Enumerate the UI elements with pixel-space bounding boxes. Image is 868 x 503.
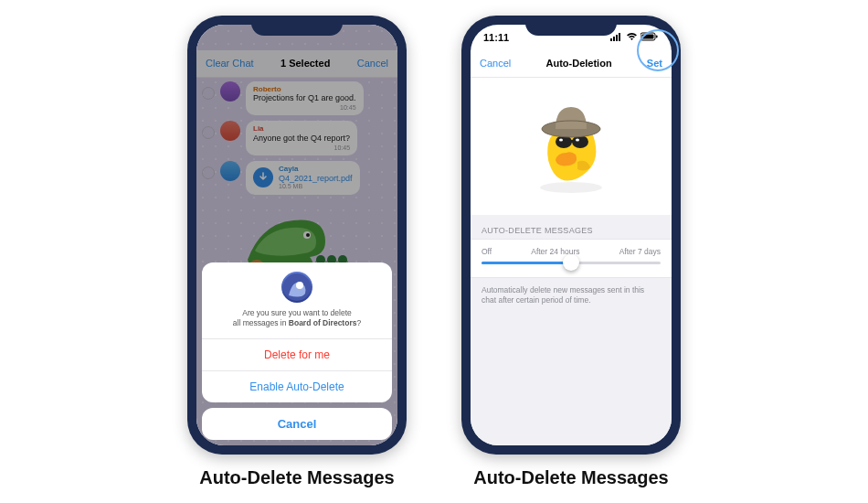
svg-rect-21 [616,35,618,41]
prompt-line2: all messages in Board of Directors? [209,318,385,328]
svg-point-18 [296,282,303,289]
slider-label-7d: After 7 days [619,247,661,256]
auto-delete-slider-row: Off After 24 hours After 7 days [471,239,672,278]
enable-auto-delete-button[interactable]: Enable Auto-Delete [202,370,392,402]
slider-label-off: Off [482,247,492,256]
svg-point-30 [559,138,563,141]
screen-right: 11:11 Cancel Aut [471,25,672,445]
slider-track[interactable] [482,262,661,264]
status-icons [610,32,659,43]
set-button[interactable]: Set [647,58,662,69]
right-body: AUTO-DELETE MESSAGES Off After 24 hours … [471,78,672,445]
phone-left: 11:11 Clear Chat [187,16,407,455]
notch [525,16,617,36]
svg-rect-29 [570,140,575,143]
nav-title: Auto-Deletion [546,58,612,69]
action-sheet-prompt: Are you sure you want to delete all mess… [202,262,392,337]
nav-bar-right: Cancel Auto-Deletion Set [471,50,672,78]
screen-left: 11:11 Clear Chat [196,25,397,445]
battery-icon [640,32,659,43]
duck-sticker-area [471,78,672,215]
action-sheet-main: Are you sure you want to delete all mess… [202,262,392,401]
svg-rect-25 [656,35,658,37]
svg-rect-24 [642,34,654,38]
svg-rect-22 [619,33,620,41]
phone-right: 11:11 Cancel Aut [461,16,681,455]
cancel-button[interactable]: Cancel [480,58,511,69]
sheet-cancel-button[interactable]: Cancel [202,408,392,440]
caption-right: Auto-Delete Messages [473,467,668,488]
duck-spy-icon [521,96,621,197]
section-header: AUTO-DELETE MESSAGES [471,215,672,239]
prompt-line1: Are you sure you want to delete [209,308,385,318]
slider-fill [482,262,571,264]
svg-rect-19 [610,38,612,41]
signal-icon [610,32,623,43]
wifi-icon [626,32,638,43]
svg-point-31 [576,138,579,141]
group-avatar [281,272,312,303]
notch [251,16,343,36]
footer-description: Automatically delete new messages sent i… [471,278,672,313]
delete-for-me-button[interactable]: Delete for me [202,338,392,370]
slider-thumb[interactable] [563,254,579,271]
svg-point-26 [540,182,602,193]
caption-left: Auto-Delete Messages [199,467,394,488]
status-time: 11:11 [483,32,509,43]
svg-rect-20 [613,37,615,41]
action-sheet: Are you sure you want to delete all mess… [202,262,392,439]
